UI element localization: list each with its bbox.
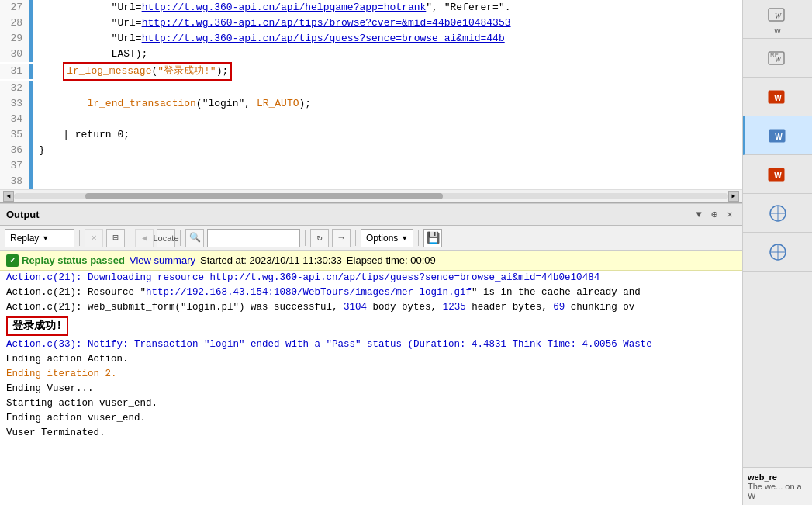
sidebar-item-2[interactable]: RF W [743,39,812,78]
code-content: "Url=http://t.wg.360-api.cn/ap/tips/brow… [33,16,511,31]
pin-icon[interactable]: ⊕ [708,209,720,221]
login-success-text: 登录成功! [6,316,68,336]
dropdown-arrow-icon[interactable]: ▼ [693,209,705,221]
code-content: lr_log_message("登录成功!"); [33,62,232,81]
status-bar: ✓ Replay status passed View summary Star… [0,251,742,271]
line-number: 36 [0,143,29,158]
output-toolbar: Replay ▼ ✕ ⊟ ◀ Locate 🔍 ↻ → Options ▼ [0,226,742,251]
screen-button[interactable]: ⊟ [106,229,125,247]
table-row: 29 "Url=http://t.wg.360-api.cn/ap/tips/g… [0,31,742,47]
code-content: "Url=http://t.wg.360-api.cn/ap/tips/gues… [33,31,505,47]
save-button[interactable]: 💾 [423,229,442,247]
stop-button[interactable]: ✕ [85,229,103,247]
sidebar-item-6[interactable] [743,194,812,233]
table-row: 33 lr_end_transaction("login", LR_AUTO); [0,96,742,112]
separator [418,230,419,246]
list-item: Starting action vuser_end. [0,396,742,411]
code-editor: 27 "Url=http://t.wg.360-api.cn/api/helpg… [0,0,742,203]
separator [355,230,356,246]
code-content: } [33,143,45,158]
sidebar-item-5[interactable]: W [743,155,812,194]
sidebar-item-7[interactable] [743,233,812,272]
back-button[interactable]: ◀ [135,229,154,247]
sidebar-item-3[interactable]: W [743,78,812,116]
line-number: 27 [0,0,29,16]
scroll-right-button[interactable]: ▶ [728,191,739,202]
locate-button[interactable]: Locate [157,229,175,247]
options-label: Options [366,233,398,244]
search-input[interactable] [207,229,300,247]
line-number: 30 [0,47,29,62]
code-content: | return 0; [33,127,130,143]
svg-text:W: W [774,12,782,20]
list-item: Action.c(21): Resource "http://192.168.4… [0,285,742,300]
line-number: 37 [0,158,29,174]
sidebar-icon-5: W [767,164,789,185]
list-item: Ending iteration 2. [0,367,742,382]
scrollbar-track[interactable] [14,193,728,199]
dropdown-chevron-icon: ▼ [42,234,69,242]
table-row: 28 "Url=http://t.wg.360-api.cn/ap/tips/b… [0,16,742,31]
status-elapsed: Elapsed time: 00:09 [347,253,436,268]
search-icon[interactable]: 🔍 [185,229,204,247]
code-content: LAST); [33,47,147,62]
table-row: 27 "Url=http://t.wg.360-api.cn/api/helpg… [0,0,742,16]
list-item: Ending Vuser... [0,382,742,396]
code-content: lr_end_transaction("login", LR_AUTO); [33,96,311,112]
sidebar-item-1[interactable]: W W [743,0,812,39]
line-number: 34 [0,112,29,127]
code-scrollbar[interactable]: ◀ ▶ [0,189,742,202]
web-info-title: web_re [748,472,807,482]
list-item: Vuser Terminated. [0,426,742,441]
view-summary-link[interactable]: View summary [130,253,195,268]
table-row: 37 [0,158,742,174]
separator [180,230,181,246]
line-number: 35 [0,127,29,143]
sidebar-icon-6 [767,202,789,224]
list-item: Action.c(21): web_submit_form("login.pl"… [0,300,742,315]
list-item: Action.c(33): Notify: Transaction "login… [0,337,742,352]
sidebar-icon-3: W [767,86,789,108]
svg-text:W: W [774,171,782,180]
code-content [33,158,45,174]
web-info-panel: web_re The we... on a W [743,467,812,505]
list-item: Action.c(21): Downloading resource http:… [0,271,742,285]
separator [79,230,80,246]
separator [305,230,306,246]
svg-text:W: W [774,55,782,64]
table-row: 35 | return 0; [0,127,742,143]
line-number: 33 [0,96,29,112]
table-row: 30 LAST); [0,47,742,62]
line-number: 28 [0,16,29,31]
line-number: 38 [0,174,29,189]
status-passed: ✓ Replay status passed [6,253,125,268]
code-content [33,112,45,127]
options-dropdown[interactable]: Options ▼ [361,229,413,247]
app-container: 27 "Url=http://t.wg.360-api.cn/api/helpg… [0,0,812,505]
sidebar-icon-2: RF W [767,47,789,69]
separator [130,230,130,246]
scroll-left-button[interactable]: ◀ [3,191,14,202]
sidebar-item-4-active[interactable]: W [743,116,812,155]
right-sidebar: W W RF W W [742,0,812,505]
left-panel: 27 "Url=http://t.wg.360-api.cn/api/helpg… [0,0,742,505]
output-title: Output [6,209,693,220]
sidebar-icon-4: W [768,125,790,147]
scrollbar-thumb[interactable] [85,193,443,199]
close-icon[interactable]: ✕ [724,209,736,221]
line-number: 32 [0,81,29,96]
sidebar-icon-7 [767,241,789,263]
output-content: ✓ Replay status passed View summary Star… [0,251,742,505]
code-content: "Url=http://t.wg.360-api.cn/api/helpgame… [33,0,511,16]
code-content [33,174,45,189]
svg-text:W: W [775,133,783,141]
svg-text:W: W [774,94,782,102]
passed-text: Replay status passed [22,253,125,268]
code-content [33,81,45,96]
replay-dropdown[interactable]: Replay ▼ [5,229,74,247]
refresh-button[interactable]: ↻ [310,229,329,247]
line-number: 31 [0,64,29,79]
replay-dropdown-label: Replay [10,233,39,244]
forward-button[interactable]: → [332,229,351,247]
status-started: Started at: 2023/10/11 11:30:33 [200,253,342,268]
